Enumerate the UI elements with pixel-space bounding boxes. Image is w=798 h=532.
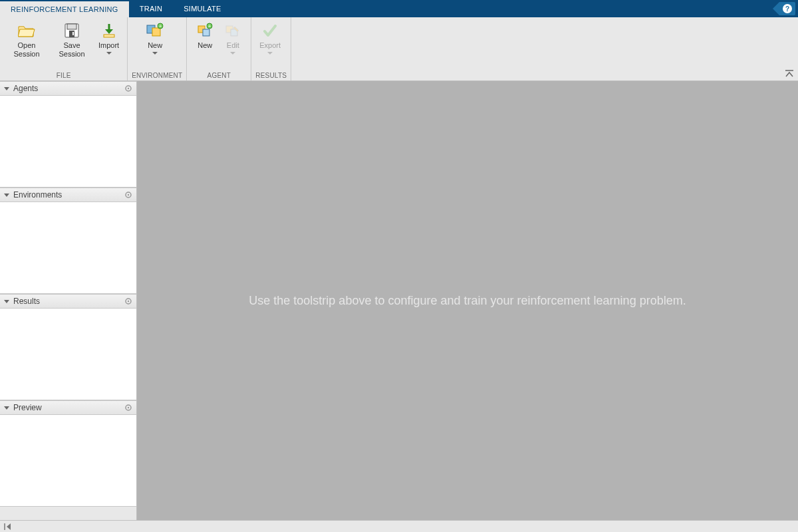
- panel-options-button[interactable]: [124, 404, 132, 412]
- button-label: Export: [259, 41, 281, 50]
- group-label: AGENT: [191, 70, 247, 80]
- svg-text:+: +: [159, 24, 162, 29]
- svg-rect-4: [104, 35, 114, 37]
- agent-new-icon: +: [196, 21, 214, 40]
- panel-body-agents[interactable]: [0, 96, 136, 188]
- svg-point-21: [128, 301, 129, 302]
- new-environment-button[interactable]: + New: [132, 20, 178, 56]
- panel-header-agents[interactable]: Agents: [0, 81, 136, 96]
- ribbon-group-results: Export RESULTS: [251, 17, 291, 80]
- panel-body-preview[interactable]: [0, 415, 136, 507]
- svg-point-17: [128, 88, 129, 89]
- dropdown-caret-icon: [152, 52, 158, 55]
- agent-edit-icon: [223, 21, 242, 40]
- edit-agent-button: Edit: [219, 20, 247, 56]
- canvas-hint-text: Use the toolstrip above to configure and…: [233, 294, 702, 308]
- panel-title: Agents: [13, 84, 38, 93]
- export-button: Export: [255, 20, 285, 56]
- import-icon: [100, 21, 118, 40]
- svg-rect-6: [152, 28, 160, 36]
- panel-header-preview[interactable]: Preview: [0, 400, 136, 415]
- help-icon: ?: [783, 4, 792, 13]
- minimize-ribbon-button[interactable]: [785, 70, 794, 78]
- help-arrow-icon: [773, 2, 779, 15]
- status-first-page-button[interactable]: [3, 522, 13, 531]
- panel-results: Results: [0, 294, 136, 400]
- panel-options-button[interactable]: [124, 297, 132, 305]
- ribbon-group-agent: + New Edit AGENT: [187, 17, 251, 80]
- import-button[interactable]: Import: [94, 20, 123, 56]
- button-label: Open Session: [8, 41, 45, 59]
- panel-title: Preview: [13, 403, 42, 412]
- dropdown-caret-icon: [106, 52, 112, 55]
- folder-open-icon: [17, 21, 36, 40]
- panel-title: Results: [13, 297, 40, 306]
- collapse-triangle-icon: [4, 87, 9, 90]
- tab-label: SIMULATE: [184, 5, 221, 13]
- tab-label: REINFORCEMENT LEARNING: [11, 5, 118, 13]
- group-label: RESULTS: [255, 70, 287, 80]
- help-box: ?: [779, 2, 795, 15]
- main-canvas: Use the toolstrip above to configure and…: [137, 81, 798, 520]
- collapse-triangle-icon: [4, 300, 9, 303]
- dropdown-caret-icon: [267, 52, 273, 55]
- tab-train[interactable]: TRAIN: [129, 0, 174, 17]
- svg-point-19: [128, 194, 129, 196]
- button-label: Save Session: [53, 41, 90, 59]
- panel-environments: Environments: [0, 188, 136, 294]
- panel-body-results[interactable]: [0, 309, 136, 400]
- new-agent-button[interactable]: + New: [191, 20, 219, 51]
- panel-agents: Agents: [0, 81, 136, 188]
- button-label: New: [198, 41, 212, 50]
- svg-text:+: +: [208, 24, 211, 29]
- open-session-button[interactable]: Open Session: [4, 20, 49, 60]
- save-session-button[interactable]: Save Session: [49, 20, 94, 60]
- dropdown-caret-icon: [230, 52, 235, 55]
- svg-rect-10: [203, 29, 209, 36]
- ribbon-group-environment: + New ENVIRONMENT: [128, 17, 187, 80]
- panel-header-environments[interactable]: Environments: [0, 188, 136, 202]
- sidebar: Agents Environments Results: [0, 81, 137, 520]
- status-bar: [0, 520, 798, 532]
- panel-options-button[interactable]: [124, 191, 132, 199]
- panel-header-results[interactable]: Results: [0, 294, 136, 309]
- tab-strip: REINFORCEMENT LEARNING TRAIN SIMULATE ?: [0, 0, 798, 17]
- save-icon: [63, 21, 81, 40]
- panel-body-environments[interactable]: [0, 202, 136, 294]
- ribbon-group-file: Open Session Save Session: [0, 17, 128, 80]
- tab-label: TRAIN: [140, 5, 163, 13]
- collapse-triangle-icon: [4, 406, 9, 410]
- ribbon-toolstrip: Open Session Save Session: [0, 17, 798, 81]
- tab-reinforcement-learning[interactable]: REINFORCEMENT LEARNING: [0, 0, 129, 17]
- panel-title: Environments: [13, 190, 62, 200]
- panel-options-button[interactable]: [124, 84, 132, 92]
- svg-point-23: [128, 407, 129, 408]
- group-label: ENVIRONMENT: [132, 70, 182, 80]
- panel-preview: Preview: [0, 400, 136, 507]
- button-label: Import: [98, 41, 119, 50]
- environment-icon: +: [146, 21, 164, 40]
- tab-simulate[interactable]: SIMULATE: [173, 0, 232, 17]
- svg-rect-3: [72, 32, 74, 35]
- button-label: Edit: [227, 41, 239, 50]
- group-label: FILE: [4, 70, 123, 80]
- collapse-triangle-icon: [4, 194, 9, 197]
- button-label: New: [148, 41, 162, 50]
- svg-rect-1: [67, 24, 76, 29]
- main-body: Agents Environments Results: [0, 81, 798, 520]
- help-button[interactable]: ?: [773, 2, 795, 15]
- export-check-icon: [261, 21, 279, 40]
